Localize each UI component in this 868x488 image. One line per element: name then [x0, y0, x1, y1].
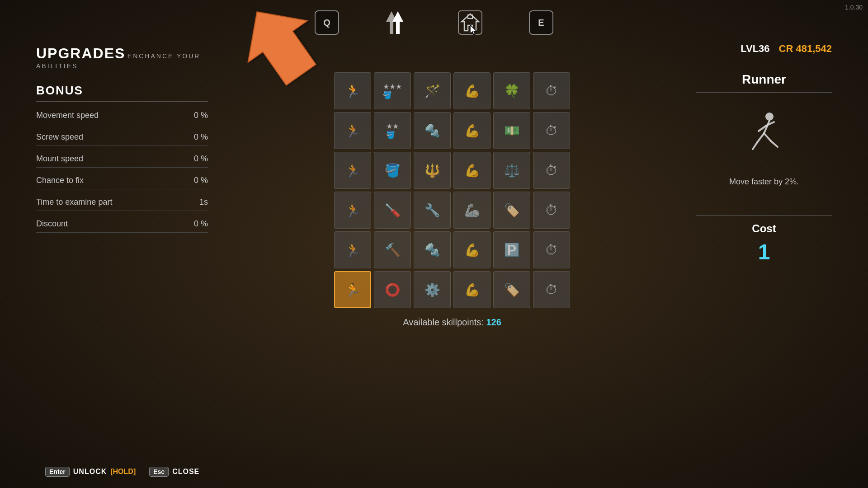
scale-icon-r3: ⚖️ — [504, 163, 520, 178]
skill-cell-1-5[interactable]: ⏱ — [533, 112, 570, 149]
stopwatch-icon-r2: ⏱ — [545, 123, 558, 138]
upgrades-title: UPGRADES — [36, 45, 125, 61]
discount2-icon-r6: 🏷️ — [504, 282, 520, 297]
bottom-bar: Enter UNLOCK [HOLD] Esc CLOSE — [45, 467, 199, 477]
skill-cell-5-0[interactable]: 🏃 — [334, 271, 371, 308]
runner-icon-r1: 🏃 — [345, 84, 361, 99]
skill-cell-5-2[interactable]: ⚙️ — [414, 271, 451, 308]
cost-value: 1 — [696, 239, 832, 264]
nav-upgrades-icon[interactable] — [384, 9, 411, 36]
wrench-icon-r4: 🔧 — [425, 203, 440, 218]
skill-cell-3-4[interactable]: 🏷️ — [493, 192, 530, 229]
skill-cell-2-4[interactable]: ⚖️ — [493, 152, 530, 189]
screwdriver-icon-r4: 🪛 — [385, 203, 401, 218]
bonus-movement-speed-label: Movement speed — [36, 111, 99, 120]
bonus-chance-to-fix: Chance to fix 0 % — [36, 176, 208, 189]
strength-icon-r2: 💪 — [464, 123, 480, 138]
runner-icon-r4: 🏃 — [345, 203, 361, 218]
runner-icon-r6-active: 🏃 — [345, 282, 361, 297]
bonus-time-to-examine-label: Time to examine part — [36, 197, 112, 207]
skill-cell-5-1[interactable]: ⭕ — [374, 271, 411, 308]
skill-cell-1-3[interactable]: 💪 — [453, 112, 491, 149]
skill-cell-4-1[interactable]: 🔨 — [374, 231, 411, 268]
skill-cell-4-0[interactable]: 🏃 — [334, 231, 371, 268]
skill-cell-5-5[interactable]: ⏱ — [533, 271, 570, 308]
unlock-modifier: [HOLD] — [110, 468, 136, 476]
skill-cell-1-0[interactable]: 🏃 — [334, 112, 371, 149]
close-label: CLOSE — [172, 468, 199, 476]
skill-cell-0-5[interactable]: ⏱ — [533, 72, 570, 109]
fork-icon-r3: 🔱 — [425, 163, 440, 178]
probe-icon-r2: 🔩 — [425, 123, 440, 138]
tape-icon-r6: ⭕ — [385, 282, 401, 297]
skill-cell-3-0[interactable]: 🏃 — [334, 192, 371, 229]
close-hint: Esc CLOSE — [149, 467, 199, 477]
parking-icon-r5: 🅿️ — [504, 243, 520, 258]
enter-key: Enter — [45, 467, 70, 477]
skill-cell-3-3[interactable]: 🦾 — [453, 192, 491, 229]
svg-line-10 — [757, 133, 764, 142]
bonus-mount-speed: Mount speed 0 % — [36, 154, 208, 168]
skillpoints-label: Available skillpoints: — [403, 317, 484, 327]
svg-marker-3 — [462, 14, 479, 31]
skill-cell-2-0[interactable]: 🏃 — [334, 152, 371, 189]
skill-cell-3-5[interactable]: ⏱ — [533, 192, 570, 229]
skill-cell-3-1[interactable]: 🪛 — [374, 192, 411, 229]
bonus-discount-value: 0 % — [194, 219, 208, 229]
discount-icon-r4: 🏷️ — [504, 203, 520, 218]
nav-key-e[interactable]: E — [529, 10, 553, 35]
ability-name: Runner — [696, 72, 832, 93]
hammer-icon-r5: 🔨 — [385, 243, 401, 258]
arm2-icon-r5: 💪 — [464, 243, 480, 258]
skill-cell-5-3[interactable]: 💪 — [453, 271, 491, 308]
nav-key-q[interactable]: Q — [315, 10, 339, 35]
skill-cell-0-0[interactable]: 🏃 — [334, 72, 371, 109]
skill-cell-1-1[interactable]: ★★🪣 — [374, 112, 411, 149]
bonus-mount-speed-value: 0 % — [194, 154, 208, 164]
skill-cell-1-4[interactable]: 💵 — [493, 112, 530, 149]
esc-key: Esc — [149, 467, 169, 477]
skill-cell-2-2[interactable]: 🔱 — [414, 152, 451, 189]
arm-icon-r4: 🦾 — [464, 203, 480, 218]
unlock-label: UNLOCK — [73, 468, 107, 476]
bonus-mount-speed-label: Mount speed — [36, 154, 83, 164]
bonus-screw-speed-value: 0 % — [194, 132, 208, 142]
skill-cell-4-2[interactable]: 🔩 — [414, 231, 451, 268]
skill-cell-4-5[interactable]: ⏱ — [533, 231, 570, 268]
clover-icon-r1: 🍀 — [504, 84, 520, 99]
skill-cell-2-3[interactable]: 💪 — [453, 152, 491, 189]
paint-stars-icon-r1: ★★★🪣 — [383, 82, 402, 99]
nav-house-icon[interactable] — [457, 9, 484, 36]
stopwatch-icon-r1: ⏱ — [545, 84, 558, 99]
skill-cell-2-1[interactable]: 🪣 — [374, 152, 411, 189]
skill-grid: 🏃 ★★★🪣 🪄 💪 🍀 ⏱ 🏃 ★★🪣 — [334, 72, 570, 308]
bonus-screw-speed: Screw speed 0 % — [36, 132, 208, 146]
skill-cell-0-3[interactable]: 💪 — [453, 72, 491, 109]
main-content: UPGRADES ENCHANCE YOUR ABILITIES BONUS M… — [36, 45, 832, 461]
skill-cell-4-3[interactable]: 💪 — [453, 231, 491, 268]
strength-icon-r1: 💪 — [464, 84, 480, 99]
skill-cell-0-2[interactable]: 🪄 — [414, 72, 451, 109]
cost-section: Cost 1 — [696, 215, 832, 264]
bonus-movement-speed-value: 0 % — [194, 111, 208, 120]
bonus-discount-label: Discount — [36, 219, 68, 229]
svg-line-11 — [753, 142, 757, 149]
skill-cell-0-1[interactable]: ★★★🪣 — [374, 72, 411, 109]
runner-icon-r2: 🏃 — [345, 123, 361, 138]
paint-icon-r3: 🪣 — [385, 163, 401, 178]
discount-icon-r2: 💵 — [504, 123, 520, 138]
right-panel: Runner Move faster by 2%. C — [696, 45, 832, 461]
strength-icon-r3: 💪 — [464, 163, 480, 178]
skill-cell-5-4[interactable]: 🏷️ — [493, 271, 530, 308]
unlock-hint: Enter UNLOCK [HOLD] — [45, 467, 136, 477]
skill-cell-3-2[interactable]: 🔧 — [414, 192, 451, 229]
left-panel: UPGRADES ENCHANCE YOUR ABILITIES BONUS M… — [36, 45, 208, 461]
bonus-time-to-examine: Time to examine part 1s — [36, 197, 208, 211]
skill-cell-4-4[interactable]: 🅿️ — [493, 231, 530, 268]
bonus-chance-to-fix-value: 0 % — [194, 176, 208, 185]
bonus-section: BONUS Movement speed 0 % Screw speed 0 %… — [36, 84, 208, 233]
skillpoints-info: Available skillpoints: 126 — [403, 317, 501, 328]
skill-cell-0-4[interactable]: 🍀 — [493, 72, 530, 109]
skill-cell-1-2[interactable]: 🔩 — [414, 112, 451, 149]
skill-cell-2-5[interactable]: ⏱ — [533, 152, 570, 189]
